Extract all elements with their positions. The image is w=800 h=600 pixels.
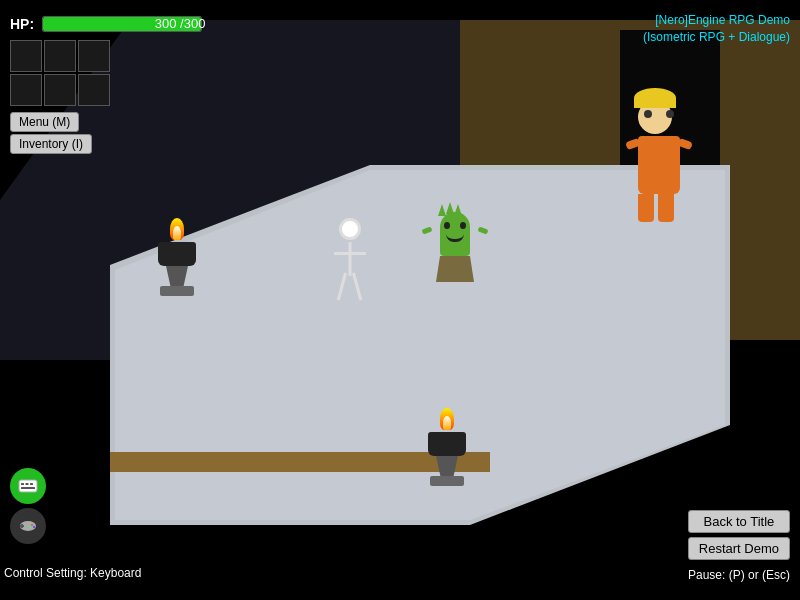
gamepad-icon[interactable] bbox=[10, 508, 46, 544]
brazier-right bbox=[428, 408, 466, 486]
svg-rect-7 bbox=[20, 525, 24, 527]
svg-point-10 bbox=[29, 526, 31, 528]
svg-rect-4 bbox=[21, 487, 35, 489]
brazier-left bbox=[158, 218, 196, 296]
svg-point-9 bbox=[33, 526, 35, 528]
svg-rect-2 bbox=[26, 483, 29, 485]
game-canvas: HP: 300 /300 Menu (M) Inventory (I) [Ner… bbox=[0, 0, 800, 600]
orange-character bbox=[638, 100, 680, 222]
svg-point-8 bbox=[31, 524, 33, 526]
restart-demo-button[interactable]: Restart Demo bbox=[688, 537, 790, 560]
svg-rect-3 bbox=[30, 483, 33, 485]
cactus-character bbox=[430, 212, 480, 292]
menu-button[interactable]: Menu (M) bbox=[10, 112, 79, 132]
keyboard-icon[interactable] bbox=[10, 468, 46, 504]
svg-rect-1 bbox=[21, 483, 24, 485]
inventory-button[interactable]: Inventory (I) bbox=[10, 134, 92, 154]
back-to-title-button[interactable]: Back to Title bbox=[688, 510, 790, 533]
svg-rect-0 bbox=[19, 480, 37, 492]
stickman-character bbox=[330, 218, 370, 308]
